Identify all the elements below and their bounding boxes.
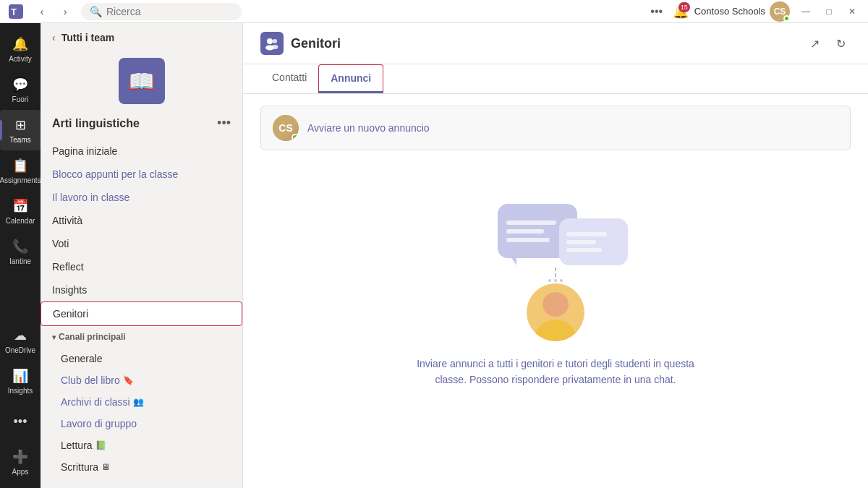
- bubble-line-1: [506, 221, 556, 225]
- sidebar-item-teams[interactable]: ⊞ Teams: [0, 110, 41, 150]
- channel-lettura-label: Lettura: [61, 440, 93, 451]
- nav-genitori[interactable]: Genitori: [41, 301, 242, 326]
- online-indicator: [783, 15, 790, 22]
- conn-line-2: [555, 273, 556, 277]
- sidebar-item-more[interactable]: •••: [0, 401, 41, 442]
- team-name: Arti linguistiche: [52, 117, 140, 130]
- expand-button[interactable]: ↗: [804, 33, 825, 53]
- sidebar-item-fuori[interactable]: 💬 Fuori: [0, 69, 41, 110]
- sidebar-item-iantine[interactable]: 📞 Iantine: [0, 231, 41, 272]
- avatar-initials: CS: [774, 7, 786, 17]
- sidebar-item-activity[interactable]: 🔔 Activity: [0, 29, 41, 69]
- sidebar-item-apps[interactable]: ➕ Apps: [0, 442, 41, 482]
- channel-generale[interactable]: Generale: [41, 348, 242, 369]
- person-body: [534, 320, 577, 341]
- channel-scrittura-inner: Scrittura 🖥: [61, 461, 231, 473]
- channel-scrittura[interactable]: Scrittura 🖥: [41, 456, 242, 478]
- refresh-button[interactable]: ↻: [830, 33, 851, 53]
- nav-pagina[interactable]: Pagina iniziale: [41, 140, 242, 163]
- connection-lines: [548, 267, 563, 282]
- minimize-button[interactable]: —: [796, 1, 816, 22]
- channel-scrittura-suffix: 🖥: [101, 462, 110, 472]
- tab-contatti[interactable]: Contatti: [260, 64, 318, 93]
- nav-buttons: ‹ ›: [32, 1, 75, 22]
- svg-point-3: [273, 39, 277, 43]
- channel-club-label: Club del libro: [61, 374, 120, 386]
- conn-dot-1: [548, 279, 551, 282]
- team-icon-container: 📖: [41, 52, 242, 116]
- onedrive-icon: ☁: [12, 327, 29, 344]
- bubble-tail-1: [511, 257, 516, 265]
- activity-label: Activity: [9, 55, 32, 63]
- nav-lavoro[interactable]: Il lavoro in classe: [41, 186, 242, 209]
- channel-archivi-inner: Archivi di classi 👥: [61, 396, 231, 408]
- channel-club[interactable]: Club del libro 🔖: [41, 369, 242, 391]
- svg-point-2: [267, 38, 273, 44]
- announcement-prompt[interactable]: Avviare un nuovo annuncio: [307, 122, 430, 134]
- activity-icon: 🔔: [12, 35, 29, 53]
- user-avatar-small: CS: [273, 115, 299, 141]
- nav-insights[interactable]: Insights: [41, 278, 242, 301]
- empty-text: Inviare annunci a tutti i genitori e tut…: [411, 356, 700, 388]
- bubble-line-5: [566, 240, 596, 244]
- content-area: CS Avviare un nuovo annuncio: [243, 94, 868, 488]
- conn-line-1: [555, 267, 556, 271]
- speech-bubble-2: [559, 218, 628, 265]
- back-button[interactable]: ‹: [52, 32, 56, 43]
- channel-lettura-inner: Lettura 📗: [61, 440, 231, 451]
- content-actions: ↗ ↻: [804, 33, 851, 53]
- nav-voti[interactable]: Voti: [41, 232, 242, 255]
- fuori-icon: 💬: [12, 76, 29, 93]
- nav-attivita[interactable]: Attività: [41, 209, 242, 232]
- channel-archivi[interactable]: Archivi di classi 👥: [41, 391, 242, 413]
- channel-lavoro-gruppo[interactable]: Lavoro di gruppo: [41, 413, 242, 435]
- sidebar-item-assignments[interactable]: 📋 Assignments: [0, 150, 41, 191]
- bubble-line-4: [566, 232, 607, 236]
- nav-blocco[interactable]: Blocco appunti per la classe: [41, 163, 242, 186]
- titlebar-right: ••• 🔔 15 Contoso Schools CS — □ ✕: [647, 1, 862, 22]
- tab-annunci[interactable]: Annunci: [318, 64, 383, 93]
- channel-header: ‹ Tutti i team: [41, 23, 242, 52]
- user-info[interactable]: Contoso Schools CS: [694, 1, 790, 22]
- insights-icon: 📊: [12, 367, 29, 385]
- forward-nav-button[interactable]: ›: [55, 1, 75, 22]
- sidebar-icons: 🔔 Activity 💬 Fuori ⊞ Teams 📋 Assignments…: [0, 23, 41, 488]
- titlebar: T ‹ › 🔍 ••• 🔔 15 Contoso Schools CS — □: [0, 0, 868, 23]
- channel-lettura-suffix: 📗: [95, 440, 106, 450]
- notification-count: 15: [678, 2, 690, 12]
- nav-reflect[interactable]: Reflect: [41, 255, 242, 278]
- channel-archivi-suffix: 👥: [133, 397, 144, 407]
- sidebar-item-onedrive[interactable]: ☁ OneDrive: [0, 320, 41, 361]
- channel-club-inner: Club del libro 🔖: [61, 374, 231, 386]
- genitori-icon: [265, 36, 279, 51]
- notification-bell[interactable]: 🔔 15: [673, 4, 689, 20]
- team-more-button[interactable]: •••: [217, 116, 231, 131]
- fuori-label: Fuori: [12, 95, 29, 103]
- maximize-button[interactable]: □: [819, 1, 839, 22]
- bubble-line-6: [566, 248, 602, 252]
- team-icon: 📖: [119, 58, 165, 104]
- back-label: Tutti i team: [61, 32, 115, 43]
- page-title: Genitori: [291, 36, 341, 51]
- empty-state: Inviare annunci a tutti i genitori e tut…: [260, 168, 851, 417]
- back-nav-button[interactable]: ‹: [32, 1, 52, 22]
- titlebar-left: T ‹ › 🔍: [6, 1, 242, 22]
- main-content: Genitori ↗ ↻ Contatti Annunci CS Avviare…: [243, 23, 868, 488]
- bubble-line-2: [506, 229, 544, 234]
- empty-description: Inviare annunci a tutti i genitori e tut…: [411, 356, 700, 388]
- search-input[interactable]: [106, 6, 233, 17]
- more-button[interactable]: •••: [647, 1, 667, 22]
- section-canali[interactable]: Canali principali: [41, 326, 242, 348]
- announcement-bar[interactable]: CS Avviare un nuovo annuncio: [260, 106, 851, 150]
- channel-lettura[interactable]: Lettura 📗: [41, 435, 242, 456]
- channel-generale-label: Generale: [61, 353, 103, 364]
- search-bar[interactable]: 🔍: [81, 3, 242, 20]
- avatar[interactable]: CS: [770, 1, 790, 22]
- user-name-label: Contoso Schools: [694, 6, 765, 17]
- sidebar-item-calendar[interactable]: 📅 Calendar: [0, 191, 41, 231]
- person-illustration: [527, 283, 584, 341]
- sidebar-item-insights[interactable]: 📊 Insights: [0, 361, 41, 401]
- close-button[interactable]: ✕: [842, 1, 862, 22]
- iantine-icon: 📞: [12, 238, 29, 255]
- assignments-label: Assignments: [0, 176, 41, 184]
